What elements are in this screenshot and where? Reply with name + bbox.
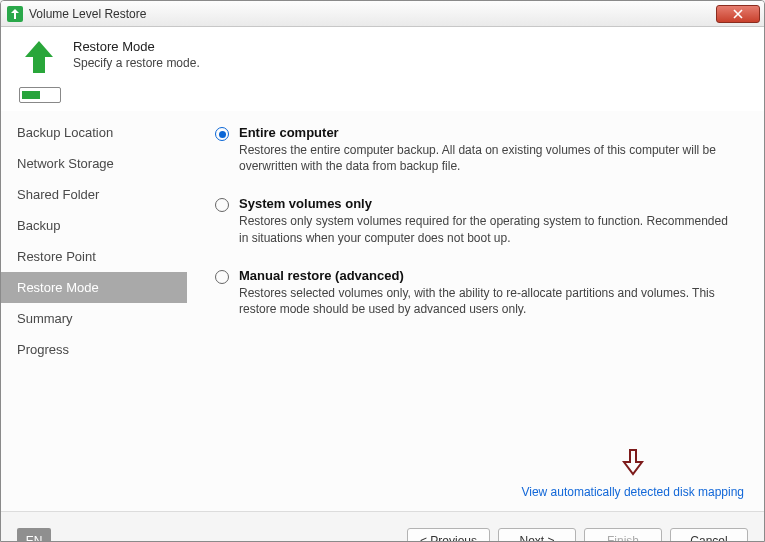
main-panel: Entire computer Restores the entire comp… bbox=[187, 111, 764, 511]
language-badge[interactable]: EN bbox=[17, 528, 51, 543]
next-button[interactable]: Next > bbox=[498, 528, 576, 543]
option-entire-computer[interactable]: Entire computer Restores the entire comp… bbox=[215, 125, 740, 174]
close-button[interactable] bbox=[716, 5, 760, 23]
restore-arrow-icon bbox=[19, 37, 59, 77]
option-system-volumes[interactable]: System volumes only Restores only system… bbox=[215, 196, 740, 245]
page-subtitle: Specify a restore mode. bbox=[73, 56, 200, 70]
titlebar: Volume Level Restore bbox=[1, 1, 764, 27]
option-texts: System volumes only Restores only system… bbox=[239, 196, 740, 245]
body: Backup Location Network Storage Shared F… bbox=[1, 111, 764, 511]
cancel-button[interactable]: Cancel bbox=[670, 528, 748, 543]
app-icon bbox=[7, 6, 23, 22]
sidebar: Backup Location Network Storage Shared F… bbox=[1, 111, 187, 511]
sidebar-item-restore-mode[interactable]: Restore Mode bbox=[1, 272, 187, 303]
option-title: Entire computer bbox=[239, 125, 740, 140]
radio-manual-restore[interactable] bbox=[215, 270, 229, 284]
sidebar-item-network-storage[interactable]: Network Storage bbox=[1, 148, 187, 179]
option-desc: Restores the entire computer backup. All… bbox=[239, 142, 740, 174]
sidebar-item-backup[interactable]: Backup bbox=[1, 210, 187, 241]
window: Volume Level Restore Restore Mode Specif… bbox=[0, 0, 765, 542]
previous-button[interactable]: < Previous bbox=[407, 528, 490, 543]
sidebar-item-progress[interactable]: Progress bbox=[1, 334, 187, 365]
option-desc: Restores only system volumes required fo… bbox=[239, 213, 740, 245]
option-title: Manual restore (advanced) bbox=[239, 268, 740, 283]
sidebar-item-shared-folder[interactable]: Shared Folder bbox=[1, 179, 187, 210]
option-texts: Manual restore (advanced) Restores selec… bbox=[239, 268, 740, 317]
page-title: Restore Mode bbox=[73, 39, 200, 54]
option-title: System volumes only bbox=[239, 196, 740, 211]
option-desc: Restores selected volumes only, with the… bbox=[239, 285, 740, 317]
link-row: View automatically detected disk mapping bbox=[521, 448, 744, 499]
sidebar-item-backup-location[interactable]: Backup Location bbox=[1, 117, 187, 148]
finish-button: Finish bbox=[584, 528, 662, 543]
option-manual-restore[interactable]: Manual restore (advanced) Restores selec… bbox=[215, 268, 740, 317]
header-texts: Restore Mode Specify a restore mode. bbox=[73, 37, 200, 77]
radio-system-volumes[interactable] bbox=[215, 198, 229, 212]
window-title: Volume Level Restore bbox=[29, 7, 716, 21]
step-progress-icon bbox=[19, 87, 61, 103]
radio-entire-computer[interactable] bbox=[215, 127, 229, 141]
step-progress-fill bbox=[22, 91, 40, 99]
footer: EN < Previous Next > Finish Cancel bbox=[1, 511, 764, 542]
sidebar-item-restore-point[interactable]: Restore Point bbox=[1, 241, 187, 272]
sidebar-item-summary[interactable]: Summary bbox=[1, 303, 187, 334]
view-disk-mapping-link[interactable]: View automatically detected disk mapping bbox=[521, 485, 744, 499]
callout-arrow-icon bbox=[622, 448, 644, 479]
option-texts: Entire computer Restores the entire comp… bbox=[239, 125, 740, 174]
header: Restore Mode Specify a restore mode. bbox=[1, 27, 764, 83]
